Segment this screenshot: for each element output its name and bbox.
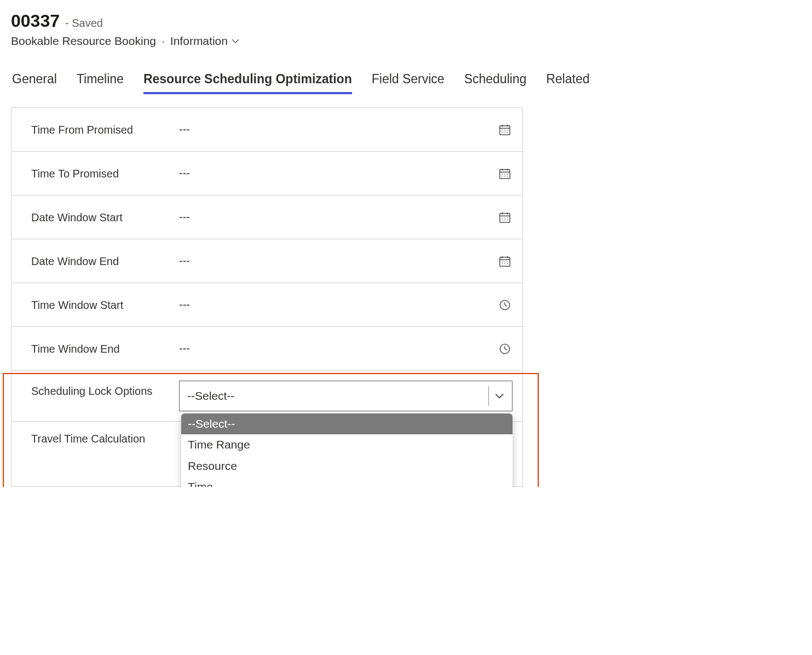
field-value: --- — [179, 123, 410, 136]
svg-point-26 — [507, 217, 508, 218]
tab-bar: General Timeline Resource Scheduling Opt… — [11, 72, 812, 94]
svg-point-17 — [502, 175, 503, 176]
dropdown-option-time[interactable]: Time — [181, 476, 512, 487]
field-label: Time Window Start — [31, 298, 179, 312]
svg-point-7 — [502, 131, 503, 132]
svg-point-38 — [504, 263, 505, 263]
svg-point-6 — [507, 130, 508, 130]
field-label: Date Window End — [31, 254, 179, 268]
svg-point-18 — [504, 175, 505, 176]
field-time-to-promised[interactable]: Time To Promised --- — [11, 152, 522, 196]
field-scheduling-lock-options: Scheduling Lock Options --Select-- --Sel… — [11, 371, 522, 422]
svg-point-35 — [504, 261, 505, 262]
svg-point-15 — [504, 174, 505, 174]
divider — [488, 386, 489, 406]
svg-point-24 — [502, 217, 503, 218]
field-date-window-start[interactable]: Date Window Start --- — [11, 196, 522, 239]
svg-point-39 — [507, 263, 508, 263]
dropdown-option-time-range[interactable]: Time Range — [181, 434, 512, 455]
tab-resource-scheduling-optimization[interactable]: Resource Scheduling Optimization — [143, 72, 352, 94]
tab-related[interactable]: Related — [546, 72, 589, 94]
svg-line-42 — [505, 305, 507, 306]
field-value: --- — [179, 255, 497, 267]
svg-point-27 — [502, 219, 503, 220]
field-value: --- — [179, 342, 497, 355]
dropdown-option-select[interactable]: --Select-- — [181, 413, 512, 434]
chevron-down-icon — [494, 391, 504, 401]
svg-point-5 — [504, 130, 505, 130]
svg-point-25 — [504, 217, 505, 218]
tab-field-service[interactable]: Field Service — [372, 72, 445, 94]
saved-state: - Saved — [65, 17, 103, 30]
field-time-window-start[interactable]: Time Window Start --- — [11, 283, 522, 327]
svg-point-34 — [502, 261, 503, 262]
tab-general[interactable]: General — [12, 72, 57, 94]
field-value: --- — [179, 298, 497, 311]
separator-dot: · — [162, 35, 165, 48]
field-time-window-end[interactable]: Time Window End --- — [11, 327, 522, 371]
svg-point-14 — [502, 174, 503, 174]
scheduling-lock-select[interactable]: --Select-- — [179, 381, 512, 411]
chevron-down-icon — [231, 37, 240, 45]
record-id: 00337 — [11, 11, 60, 31]
tab-timeline[interactable]: Timeline — [77, 72, 124, 94]
scheduling-lock-dropdown: --Select-- Time Range Resource Time Reso… — [181, 413, 512, 487]
calendar-icon[interactable] — [497, 168, 512, 180]
field-value: --- — [179, 167, 410, 180]
field-date-window-end[interactable]: Date Window End --- — [11, 239, 522, 283]
svg-point-28 — [504, 219, 505, 220]
select-placeholder: --Select-- — [187, 389, 234, 403]
field-label: Time From Promised — [31, 123, 179, 137]
svg-point-4 — [502, 130, 503, 130]
svg-point-9 — [507, 131, 508, 132]
svg-point-36 — [507, 261, 508, 262]
svg-line-45 — [505, 349, 507, 350]
svg-point-16 — [507, 174, 508, 174]
clock-icon[interactable] — [497, 343, 512, 355]
field-label: Time To Promised — [31, 166, 179, 181]
form-panel: Time From Promised --- Time To Promised … — [11, 107, 523, 487]
tab-scheduling[interactable]: Scheduling — [464, 72, 527, 94]
field-label: Date Window Start — [31, 210, 179, 225]
form-selector[interactable]: Information — [170, 35, 240, 48]
field-label: Time Window End — [31, 342, 179, 356]
svg-point-37 — [502, 263, 503, 263]
field-label: Scheduling Lock Options — [31, 381, 179, 398]
calendar-icon[interactable] — [497, 211, 512, 223]
calendar-icon[interactable] — [497, 124, 512, 136]
dropdown-option-resource[interactable]: Resource — [181, 456, 512, 476]
clock-icon[interactable] — [497, 299, 512, 311]
field-value: --- — [179, 211, 497, 223]
entity-name: Bookable Resource Booking — [11, 35, 156, 48]
form-name: Information — [170, 35, 228, 48]
calendar-icon[interactable] — [497, 255, 512, 267]
field-time-from-promised[interactable]: Time From Promised --- — [11, 108, 522, 152]
field-label: Travel Time Calculation — [31, 432, 179, 446]
svg-point-19 — [507, 175, 508, 176]
svg-point-29 — [507, 219, 508, 220]
svg-point-8 — [504, 131, 505, 132]
